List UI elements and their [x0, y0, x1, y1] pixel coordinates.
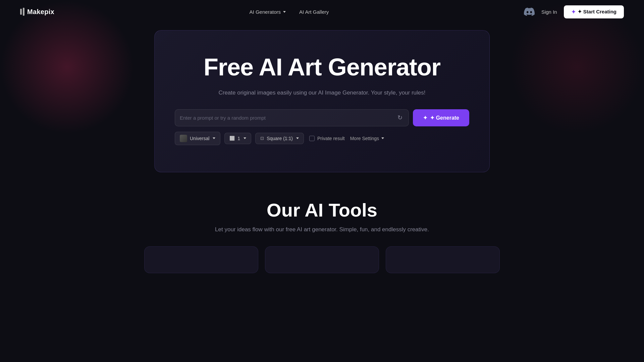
aspect-ratio-selector[interactable]: ⊡ Square (1:1) [255, 133, 304, 144]
prompt-row: ↻ ✦ ✦ Generate [175, 109, 469, 126]
hero-subtitle: Create original images easily using our … [175, 88, 469, 97]
tool-card-2[interactable] [265, 246, 379, 273]
model-swatch [180, 135, 187, 142]
count-icon: ⬜ [229, 136, 235, 141]
private-checkbox[interactable] [309, 136, 315, 141]
count-selector[interactable]: ⬜ 1 [224, 133, 251, 144]
nav-ai-art-gallery[interactable]: AI Art Gallery [299, 9, 329, 15]
settings-row: Universal ⬜ 1 ⊡ Square (1:1) Private res… [175, 132, 469, 145]
aspect-chevron-icon [296, 137, 299, 139]
refresh-icon[interactable]: ↻ [396, 113, 404, 123]
more-settings-chevron-icon [381, 137, 384, 139]
aspect-icon: ⊡ [260, 136, 264, 141]
model-chevron-icon [213, 137, 215, 139]
private-label: Private result [317, 136, 345, 141]
prompt-input-wrapper: ↻ [175, 109, 409, 126]
tool-card-1[interactable] [144, 246, 258, 273]
start-creating-button[interactable]: ✦ ✦ Start Creating [564, 5, 624, 18]
aspect-label: Square (1:1) [267, 136, 293, 141]
more-settings[interactable]: More Settings [350, 136, 384, 141]
logo-icon [20, 8, 24, 16]
tool-card-3[interactable] [386, 246, 500, 273]
logo-text: Makepix [27, 8, 54, 16]
count-label: 1 [237, 136, 240, 141]
private-result-toggle[interactable]: Private result [309, 136, 345, 141]
sign-in-button[interactable]: Sign In [541, 9, 557, 15]
tools-section: Our AI Tools Let your ideas flow with ou… [0, 179, 644, 283]
model-label: Universal [190, 136, 209, 141]
hero-card: Free AI Art Generator Create original im… [154, 30, 490, 172]
logo[interactable]: Makepix [20, 8, 54, 16]
discord-icon[interactable] [524, 6, 535, 17]
more-settings-label: More Settings [350, 136, 379, 141]
chevron-down-icon [283, 11, 286, 13]
sparkle-icon-generate: ✦ [423, 115, 427, 121]
sparkle-icon: ✦ [571, 9, 576, 15]
hero-title: Free AI Art Generator [175, 54, 469, 80]
model-selector[interactable]: Universal [175, 132, 220, 145]
nav-right: Sign In ✦ ✦ Start Creating [524, 5, 624, 18]
logo-bar-1 [20, 9, 22, 15]
tools-subtitle: Let your ideas flow with our free AI art… [0, 226, 644, 233]
count-chevron-icon [244, 137, 246, 139]
tools-title: Our AI Tools [0, 199, 644, 221]
logo-bar-2 [23, 8, 24, 16]
generate-button[interactable]: ✦ ✦ Generate [413, 109, 469, 126]
prompt-input[interactable] [180, 110, 396, 126]
hero-section: Free AI Art Generator Create original im… [0, 30, 644, 172]
nav-center: AI Generators AI Art Gallery [250, 9, 329, 15]
navbar: Makepix AI Generators AI Art Gallery Sig… [0, 0, 644, 23]
nav-ai-generators[interactable]: AI Generators [250, 9, 286, 15]
tools-cards-row [0, 246, 644, 273]
